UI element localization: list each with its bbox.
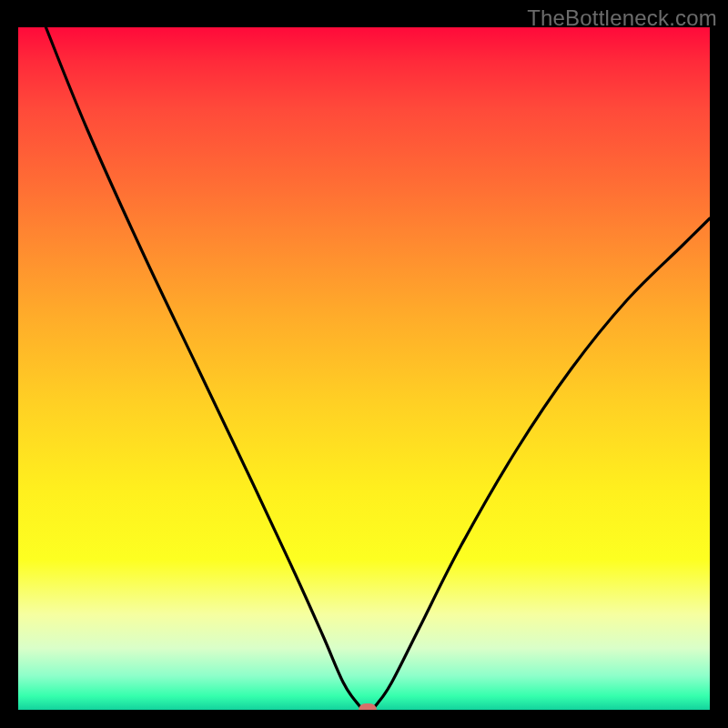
optimal-point-marker	[359, 703, 377, 710]
plot-area	[18, 27, 710, 710]
watermark-text: TheBottleneck.com	[527, 5, 717, 31]
chart-frame: TheBottleneck.com	[0, 0, 728, 728]
bottleneck-curve	[18, 27, 710, 710]
